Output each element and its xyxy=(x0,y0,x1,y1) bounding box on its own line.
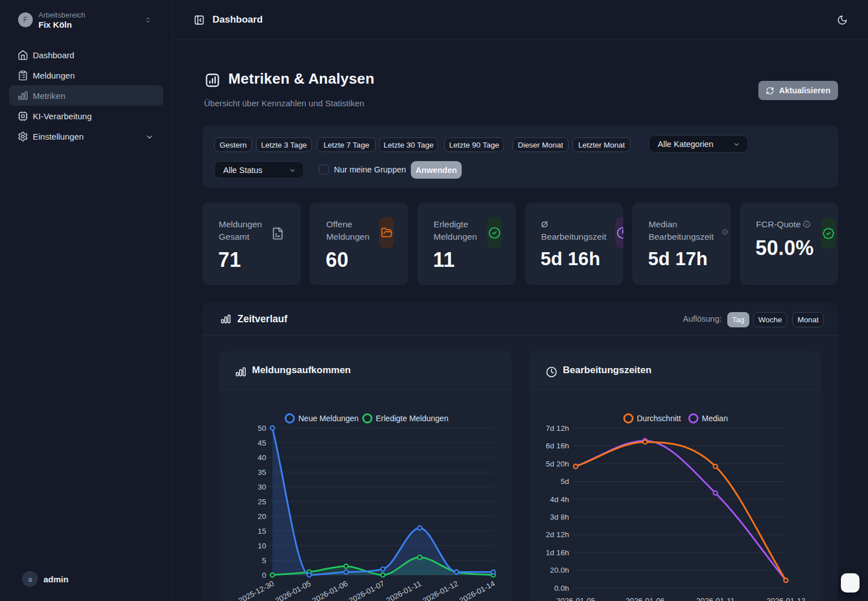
svg-text:2026-01-12: 2026-01-12 xyxy=(421,579,459,601)
svg-text:2026-01-06: 2026-01-06 xyxy=(311,579,349,601)
svg-text:6d 16h: 6d 16h xyxy=(546,442,569,450)
svg-text:40: 40 xyxy=(258,453,266,462)
svg-text:5: 5 xyxy=(262,556,266,565)
svg-text:2026-01-07: 2026-01-07 xyxy=(348,579,386,601)
svg-text:50: 50 xyxy=(258,424,266,433)
svg-text:3d 8h: 3d 8h xyxy=(550,513,569,521)
svg-text:35: 35 xyxy=(258,468,266,477)
svg-text:15: 15 xyxy=(258,527,266,535)
svg-text:25: 25 xyxy=(258,498,266,506)
svg-text:30: 30 xyxy=(258,483,266,491)
svg-text:Durchschnitt: Durchschnitt xyxy=(637,414,681,423)
svg-text:4d 4h: 4d 4h xyxy=(550,495,569,504)
svg-text:7d 12h: 7d 12h xyxy=(546,424,569,433)
svg-text:2026-01-06: 2026-01-06 xyxy=(626,596,665,601)
svg-text:0: 0 xyxy=(262,571,266,580)
svg-text:0.0h: 0.0h xyxy=(554,584,569,593)
svg-text:2026-01-14: 2026-01-14 xyxy=(458,579,496,601)
svg-text:Median: Median xyxy=(702,414,728,423)
svg-text:2d 12h: 2d 12h xyxy=(546,530,569,539)
svg-text:Erledigte Meldungen: Erledigte Meldungen xyxy=(376,414,448,423)
svg-text:2026-01-05: 2026-01-05 xyxy=(556,596,595,601)
svg-text:1d 16h: 1d 16h xyxy=(546,548,569,557)
svg-text:2026-01-12: 2026-01-12 xyxy=(766,596,805,601)
svg-text:2025-12-30: 2025-12-30 xyxy=(237,579,275,601)
svg-text:5d: 5d xyxy=(561,477,569,486)
svg-text:2026-01-05: 2026-01-05 xyxy=(274,579,313,601)
svg-text:10: 10 xyxy=(258,542,266,550)
svg-text:2026-01-11: 2026-01-11 xyxy=(696,596,735,601)
svg-text:20.0h: 20.0h xyxy=(550,566,569,574)
svg-text:Neue Meldungen: Neue Meldungen xyxy=(298,414,359,423)
svg-text:20: 20 xyxy=(258,512,266,521)
svg-text:45: 45 xyxy=(258,439,266,447)
svg-text:2026-01-11: 2026-01-11 xyxy=(385,579,423,601)
svg-text:5d 20h: 5d 20h xyxy=(546,460,569,468)
